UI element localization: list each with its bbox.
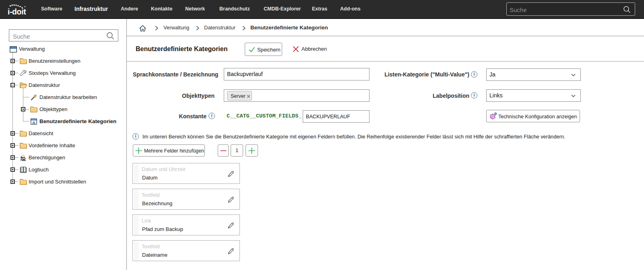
- svg-text:i-doit: i-doit: [8, 7, 26, 16]
- svg-text:A: A: [33, 120, 35, 125]
